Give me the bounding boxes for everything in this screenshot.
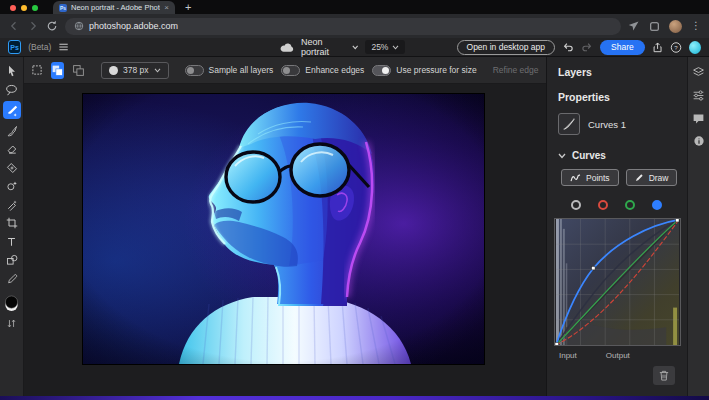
export-icon[interactable]: [652, 41, 663, 54]
back-icon[interactable]: [8, 20, 20, 32]
tab-close-icon[interactable]: ×: [164, 4, 169, 12]
chevron-down-icon: [154, 68, 161, 73]
subtract-from-selection-icon[interactable]: [72, 63, 85, 78]
tool-options-bar: 378 px Sample all layers Enhance edges U…: [24, 57, 546, 84]
browser-tab-strip: Ps Neon portrait - Adobe Photosho × +: [0, 0, 709, 14]
lasso-tool[interactable]: [3, 83, 20, 97]
zoom-level-dropdown[interactable]: 25%: [365, 40, 405, 54]
properties-panel-title: Properties: [547, 88, 687, 110]
account-avatar[interactable]: [689, 41, 701, 54]
shapes-tool[interactable]: [3, 253, 20, 267]
properties-panel: Layers Properties Curves 1 Curves Points…: [546, 57, 687, 400]
new-selection-icon[interactable]: [31, 63, 43, 78]
color-swatch[interactable]: [3, 295, 20, 312]
curves-graph[interactable]: [554, 218, 681, 346]
new-tab-button[interactable]: +: [185, 1, 191, 13]
curves-icon: [562, 117, 576, 131]
toolbar-collapse-icon[interactable]: [3, 317, 20, 331]
document-canvas[interactable]: [83, 94, 484, 364]
brush-tool[interactable]: [3, 124, 20, 138]
browser-actions: ⋮: [628, 20, 701, 33]
canvas-workspace[interactable]: [24, 84, 546, 400]
svg-text:?: ?: [674, 44, 678, 50]
share-button[interactable]: Share: [600, 40, 645, 55]
brush-tip-icon: [109, 66, 118, 75]
input-label: Input: [559, 351, 577, 360]
eyedropper-tool[interactable]: [3, 272, 20, 286]
draw-mode-button[interactable]: Draw: [626, 169, 678, 186]
spot-heal-tool[interactable]: [3, 161, 20, 175]
pencil-icon: [635, 173, 644, 182]
draw-label: Draw: [649, 173, 669, 183]
extension-icon[interactable]: [628, 20, 640, 32]
adjustments-panel-icon[interactable]: [692, 89, 705, 102]
comments-panel-icon[interactable]: [692, 112, 705, 125]
curves-layer-thumbnail[interactable]: [558, 113, 580, 135]
minimize-window-button[interactable]: [21, 5, 27, 11]
use-pressure-toggle[interactable]: [372, 65, 391, 76]
document-name-dropdown[interactable]: Neon portrait: [301, 37, 359, 57]
channel-red-button[interactable]: [598, 200, 608, 210]
channel-blue-button[interactable]: [652, 200, 662, 210]
points-label: Points: [586, 173, 610, 183]
output-label: Output: [606, 351, 630, 360]
help-icon[interactable]: ?: [670, 41, 682, 54]
crop-tool[interactable]: [3, 216, 20, 230]
tab-title: Neon portrait - Adobe Photosho: [71, 3, 160, 12]
delete-adjustment-button[interactable]: [653, 366, 675, 385]
layers-panel-title[interactable]: Layers: [547, 57, 687, 85]
eraser-tool[interactable]: [3, 142, 20, 156]
enhance-edges-label: Enhance edges: [305, 65, 364, 75]
neon-portrait-image: [83, 94, 484, 364]
forward-icon[interactable]: [27, 20, 39, 32]
chevron-down-icon: [392, 45, 399, 50]
window-controls: [0, 1, 47, 14]
site-info-icon[interactable]: [74, 21, 84, 31]
undo-icon[interactable]: [562, 41, 574, 53]
main-area: 378 px Sample all layers Enhance edges U…: [0, 57, 709, 400]
sample-all-layers-toggle[interactable]: [185, 65, 204, 76]
selection-brush-tool[interactable]: [3, 101, 21, 119]
points-mode-button[interactable]: Points: [561, 169, 619, 186]
redo-icon[interactable]: [581, 41, 593, 53]
open-in-desktop-button[interactable]: Open in desktop app: [457, 40, 555, 55]
zoom-level: 25%: [371, 42, 388, 52]
tools-panel: [0, 57, 24, 400]
trash-icon: [659, 370, 669, 381]
sample-all-layers-label: Sample all layers: [209, 65, 274, 75]
chevron-down-icon: [558, 153, 566, 159]
channel-selector: [547, 191, 687, 217]
browser-profile-avatar[interactable]: [669, 20, 682, 33]
pen-tool[interactable]: [3, 198, 20, 212]
curves-io-labels: Input Output: [547, 346, 687, 363]
channel-rgb-button[interactable]: [571, 200, 581, 210]
ps-logo: Ps: [8, 40, 21, 54]
adjustment-layer-row[interactable]: Curves 1: [547, 110, 687, 142]
magic-remove-tool[interactable]: [3, 179, 20, 193]
brush-size-dropdown[interactable]: 378 px: [101, 62, 169, 79]
tab-overview-icon[interactable]: [649, 21, 660, 32]
curves-section-header[interactable]: Curves: [547, 142, 687, 166]
channel-green-button[interactable]: [625, 200, 635, 210]
browser-menu-icon[interactable]: ⋮: [691, 21, 701, 31]
use-pressure-label: Use pressure for size: [396, 65, 476, 75]
browser-tab[interactable]: Ps Neon portrait - Adobe Photosho ×: [53, 1, 175, 14]
panel-switcher-strip: [687, 57, 709, 400]
refine-edge-button[interactable]: Refine edge: [493, 65, 539, 75]
layer-name: Curves 1: [588, 119, 626, 130]
move-tool[interactable]: [3, 64, 20, 78]
close-window-button[interactable]: [10, 5, 16, 11]
type-tool[interactable]: [3, 235, 20, 249]
add-to-selection-icon[interactable]: [51, 62, 64, 79]
desktop-wallpaper-strip: [0, 396, 709, 400]
fullscreen-window-button[interactable]: [32, 5, 38, 11]
reload-icon[interactable]: [46, 20, 58, 32]
beta-label: (Beta): [28, 42, 51, 52]
browser-toolbar: photoshop.adobe.com ⋮: [0, 14, 709, 38]
enhance-edges-toggle[interactable]: [281, 65, 300, 76]
address-bar[interactable]: photoshop.adobe.com: [65, 18, 621, 35]
hamburger-menu-icon[interactable]: [58, 41, 69, 53]
info-panel-icon[interactable]: [693, 135, 705, 147]
layers-panel-icon[interactable]: [692, 66, 705, 79]
points-curve-icon: [570, 174, 581, 182]
